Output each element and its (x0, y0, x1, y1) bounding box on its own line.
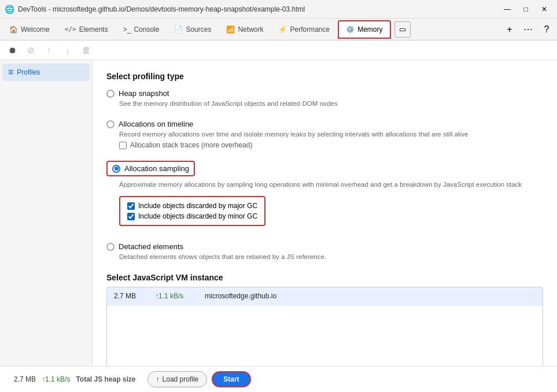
allocation-sampling-desc: Approximate memory allocations by sampli… (119, 180, 543, 189)
browser-icon: 🌐 (5, 5, 14, 14)
vm-empty-area (107, 305, 543, 366)
stack-traces-checkbox[interactable] (119, 142, 127, 149)
clear-button[interactable]: ↑ (42, 43, 57, 58)
home-icon: 🏠 (9, 25, 18, 34)
performance-icon: ⚡ (278, 25, 287, 34)
footer-heap-label: Total JS heap size (76, 375, 135, 383)
vm-memory: 2.7 MB (114, 292, 146, 300)
record-button[interactable]: ⏺ (5, 43, 20, 58)
heap-snapshot-desc: See the memory distribution of JavaScrip… (119, 99, 543, 108)
console-icon: >_ (123, 25, 131, 34)
vm-rate: ↑1.1 kB/s (155, 292, 195, 300)
tab-elements[interactable]: </> Elements (58, 20, 115, 39)
major-gc-checkbox[interactable] (127, 202, 135, 210)
stop-button[interactable]: ⊘ (23, 43, 38, 58)
vm-table: 2.7 MB ↑1.1 kB/s microsoftedge.github.io (106, 287, 543, 366)
heap-snapshot-radio-label[interactable]: Heap snapshot (106, 89, 543, 98)
vm-url: microsoftedge.github.io (205, 292, 276, 300)
footer-actions: ↑ Load profile Start (147, 371, 251, 387)
upload-icon: ↑ (156, 375, 160, 383)
title-bar: 🌐 DevTools - microsoftedge.github.io/Dem… (0, 0, 557, 19)
allocation-sampling-highlight-box: Allocation sampling (106, 161, 195, 176)
minimize-button[interactable]: — (499, 3, 515, 15)
sources-icon: 📄 (174, 25, 183, 34)
more-button[interactable]: ⋯ (520, 21, 536, 38)
tab-bar: 🏠 Welcome </> Elements >_ Console 📄 Sour… (0, 19, 557, 40)
detached-elements-option: Detached elements Detached elements show… (106, 242, 543, 261)
allocations-timeline-radio-label[interactable]: Allocations on timeline (106, 120, 543, 128)
start-button[interactable]: Start (212, 371, 250, 387)
profiles-icon: ≡ (8, 67, 13, 77)
tab-sources[interactable]: 📄 Sources (167, 20, 218, 39)
tab-bar-extras: + ⋯ ? (501, 21, 555, 38)
maximize-button[interactable]: □ (518, 3, 534, 15)
major-gc-checkbox-label[interactable]: Include objects discarded by major GC (127, 202, 257, 210)
stack-traces-label[interactable]: Allocation stack traces (more overhead) (119, 141, 543, 149)
footer-bar: 2.7 MB ↑1.1 kB/s Total JS heap size ↑ Lo… (0, 366, 557, 392)
allocations-timeline-radio[interactable] (106, 120, 115, 128)
vm-instance-row[interactable]: 2.7 MB ↑1.1 kB/s microsoftedge.github.io (107, 287, 543, 305)
tab-console[interactable]: >_ Console (116, 20, 167, 39)
sidebar-item-profiles[interactable]: ≡ Profiles (2, 64, 90, 81)
detached-elements-radio[interactable] (106, 243, 115, 251)
checkboxes-box: Include objects discarded by major GC In… (119, 196, 265, 226)
allocation-sampling-radio-label[interactable]: Allocation sampling (112, 164, 189, 173)
allocations-timeline-option: Allocations on timeline Record memory al… (106, 120, 543, 149)
sidebar-toggle-button[interactable]: ▭ (394, 21, 411, 38)
network-icon: 📶 (226, 25, 235, 34)
content-panel: Select profiling type Heap snapshot See … (93, 60, 557, 366)
vm-section: Select JavaScript VM instance 2.7 MB ↑1.… (106, 273, 543, 366)
sidebar: ≡ Profiles (0, 60, 93, 366)
save-button[interactable]: ↓ (60, 43, 75, 58)
delete-button[interactable]: 🗑 (79, 43, 94, 58)
memory-gear-icon: ⚙️ (346, 25, 355, 34)
tab-network[interactable]: 📶 Network (219, 20, 270, 39)
window-controls: — □ ✕ (499, 3, 552, 15)
tab-memory[interactable]: ⚙️ Memory (338, 20, 390, 39)
detached-elements-radio-label[interactable]: Detached elements (106, 242, 543, 251)
vm-section-title: Select JavaScript VM instance (106, 273, 543, 282)
load-profile-button[interactable]: ↑ Load profile (147, 371, 208, 387)
stack-traces-option: Allocation stack traces (more overhead) (119, 141, 543, 149)
toolbar: ⏺ ⊘ ↑ ↓ 🗑 (0, 40, 557, 60)
elements-icon: </> (65, 25, 76, 33)
main-area: ≡ Profiles Select profiling type Heap sn… (0, 60, 557, 366)
section-title: Select profiling type (106, 72, 543, 81)
footer-memory: 2.7 MB (14, 375, 36, 383)
tab-welcome[interactable]: 🏠 Welcome (2, 20, 57, 39)
allocation-sampling-option: Allocation sampling Approximate memory a… (106, 161, 543, 231)
heap-snapshot-option: Heap snapshot See the memory distributio… (106, 89, 543, 108)
new-tab-button[interactable]: + (501, 21, 518, 38)
minor-gc-checkbox[interactable] (127, 213, 135, 220)
allocation-sampling-radio[interactable] (112, 165, 120, 173)
minor-gc-checkbox-label[interactable]: Include objects discarded by minor GC (127, 212, 257, 220)
help-button[interactable]: ? (538, 21, 555, 38)
detached-elements-desc: Detached elements shows objects that are… (119, 252, 543, 261)
tab-performance[interactable]: ⚡ Performance (271, 20, 337, 39)
footer-rate: ↑1.1 kB/s (42, 375, 70, 383)
allocations-timeline-desc: Record memory allocations over time and … (119, 130, 543, 139)
window-title: DevTools - microsoftedge.github.io/Demos… (18, 5, 496, 13)
heap-snapshot-radio[interactable] (106, 90, 115, 98)
footer-stats: 2.7 MB ↑1.1 kB/s Total JS heap size (14, 375, 136, 383)
close-button[interactable]: ✕ (536, 3, 552, 15)
